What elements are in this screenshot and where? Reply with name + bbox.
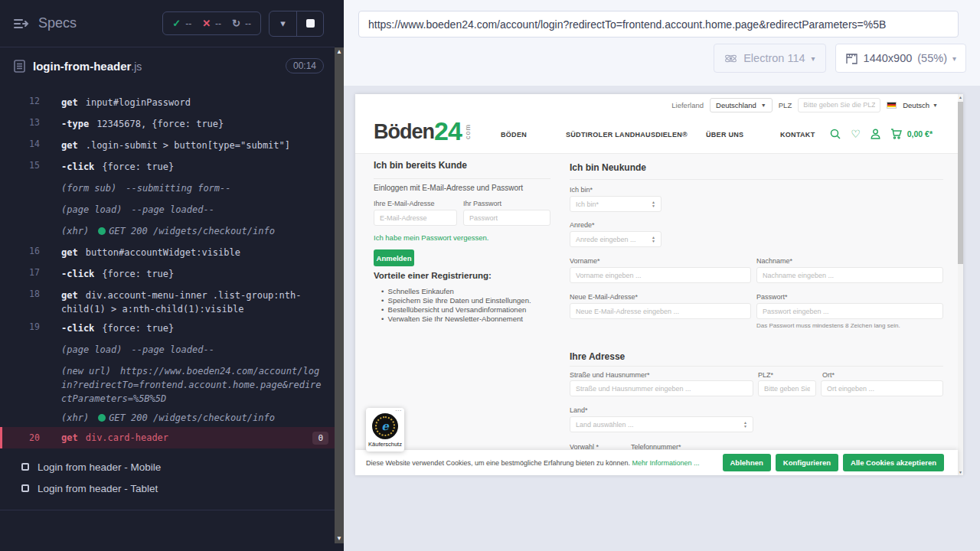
- forgot-password-link[interactable]: Ich habe mein Passwort vergessen.: [374, 233, 489, 242]
- browser-select[interactable]: Electron 114 ▾: [714, 44, 825, 73]
- log-row[interactable]: 13 -type12345678, {force: true}: [0, 112, 335, 133]
- log-failed-row[interactable]: 20 getdiv.card-header 0: [0, 427, 335, 448]
- xhr-success-dot: [98, 227, 106, 235]
- divider: [570, 366, 943, 367]
- stage: Electron 114 ▾ 1440x900 (55%) ▾ Lieferl: [344, 0, 980, 551]
- log-xhr-row[interactable]: (xhr)GET 200 /widgets/checkout/info: [0, 406, 335, 427]
- benefit-item: • Speichern Sie Ihre Daten und Einstellu…: [381, 296, 531, 305]
- cart-icon[interactable]: [890, 129, 902, 139]
- new-email-input[interactable]: [570, 303, 751, 319]
- stop-icon: [306, 19, 315, 28]
- specs-list-icon[interactable]: [14, 18, 29, 30]
- retry-count-badge: 0: [312, 432, 328, 445]
- account-icon[interactable]: [871, 129, 880, 139]
- test-item-mobile[interactable]: Login from header - Mobile: [0, 456, 335, 478]
- nav-ueber-uns[interactable]: ÜBER UNS: [706, 131, 743, 139]
- nachname-label: Nachname*: [756, 257, 792, 265]
- log-new-url-row[interactable]: (new url)https://www.boeden24.com/accoun…: [0, 359, 335, 406]
- login-section-title: Ich bin bereits Kunde: [374, 160, 467, 171]
- log-event-row[interactable]: (page load)--page loaded--: [0, 337, 335, 359]
- browser-bar: Electron 114 ▾ 1440x900 (55%) ▾: [344, 0, 980, 86]
- divider: [0, 510, 335, 510]
- stop-run-button[interactable]: [296, 11, 323, 36]
- trusted-shops-seal-icon: e: [372, 413, 398, 439]
- login-password-input[interactable]: [463, 210, 550, 226]
- log-row[interactable]: 12 getinput#loginPassword: [0, 90, 335, 112]
- scroll-up-icon[interactable]: ▲: [958, 95, 963, 99]
- log-row[interactable]: 16 getbutton#accountWidget:visible: [0, 240, 335, 262]
- kaeuferschutz-badge[interactable]: ⋯ e Käuferschutz: [366, 408, 404, 452]
- spec-duration-badge: 00:14: [286, 58, 324, 73]
- country-select[interactable]: Deutschland ▼: [710, 98, 773, 112]
- reporter-scrollbar[interactable]: ▲ ▼: [335, 47, 344, 543]
- viewport-select[interactable]: 1440x900 (55%) ▾: [835, 44, 966, 73]
- cart-total[interactable]: 0,00 €*: [907, 129, 933, 139]
- log-xhr-row[interactable]: (xhr)GET 200 /widgets/checkout/info: [0, 219, 335, 240]
- address-plz-input[interactable]: [758, 380, 816, 396]
- spec-name: login-from-header.js: [33, 60, 142, 73]
- app-preview: Lieferland Deutschland ▼ PLZ Deutsch ▼ B…: [355, 94, 963, 475]
- ort-input[interactable]: [821, 380, 943, 396]
- specs-title: Specs: [38, 15, 77, 31]
- x-icon: ✕: [202, 18, 211, 29]
- street-input[interactable]: [570, 380, 753, 396]
- anrede-select[interactable]: Anrede eingeben ... ▲▼: [570, 231, 662, 247]
- spec-file-icon: [14, 60, 25, 73]
- scroll-down-icon[interactable]: ▼: [958, 470, 963, 474]
- collapse-chevron-button[interactable]: ▾: [270, 11, 296, 36]
- log-event-row[interactable]: (form sub)--submitting form--: [0, 176, 335, 197]
- test-item-tablet[interactable]: Login from header - Tablet: [0, 478, 335, 499]
- cookie-accept-all-button[interactable]: Alle Cookies akzeptieren: [843, 454, 944, 471]
- benefit-item: • Schnelles Einkaufen: [381, 287, 454, 295]
- url-input[interactable]: [358, 11, 959, 37]
- password-helper: Das Passwort muss mindestens 8 Zeichen l…: [756, 322, 900, 329]
- log-row[interactable]: 15 -click{force: true}: [0, 155, 335, 176]
- cookie-decline-button[interactable]: Ablehnen: [723, 454, 771, 471]
- stat-pending: ↻ --: [232, 18, 251, 29]
- divider: [570, 179, 943, 180]
- scroll-up-icon[interactable]: ▲: [336, 47, 342, 57]
- wishlist-heart-icon[interactable]: ♡: [851, 128, 861, 140]
- ruler-icon: [845, 53, 858, 64]
- select-arrows-icon: ▲▼: [652, 201, 655, 207]
- register-section-title: Ich bin Neukunde: [570, 162, 646, 173]
- ort-label: Ort*: [822, 371, 835, 379]
- spec-file-row[interactable]: login-from-header.js 00:14: [0, 47, 335, 84]
- register-password-input[interactable]: [756, 303, 943, 319]
- ichbin-select[interactable]: Ich bin* ▲▼: [570, 196, 662, 212]
- plz-input[interactable]: [798, 98, 880, 112]
- street-label: Straße und Hausnummer*: [570, 371, 650, 379]
- cookie-banner: Diese Website verwendet Cookies, um eine…: [355, 450, 958, 475]
- stat-failed: ✕ --: [202, 18, 221, 29]
- stat-passed: ✓ --: [172, 18, 191, 29]
- cookie-info-link[interactable]: Mehr Informationen ...: [632, 459, 700, 467]
- search-icon[interactable]: [830, 129, 841, 139]
- vorname-label: Vorname*: [570, 257, 600, 265]
- select-arrows-icon: ▲▼: [652, 236, 655, 243]
- runner-header: Specs ✓ -- ✕ -- ↻ --: [0, 0, 335, 47]
- nav-boeden[interactable]: BÖDEN: [501, 131, 527, 139]
- nav-kontakt[interactable]: KONTAKT: [780, 131, 815, 139]
- login-email-input[interactable]: [374, 210, 457, 226]
- test-runner-sidebar: Specs ✓ -- ✕ -- ↻ --: [0, 0, 344, 551]
- nav-landhausdielen[interactable]: SÜDTIROLER LANDHAUSDIELEN®: [566, 131, 688, 139]
- scroll-down-icon[interactable]: ▼: [336, 534, 342, 543]
- language-select[interactable]: Deutsch ▼: [903, 101, 938, 109]
- login-submit-button[interactable]: Anmelden: [374, 249, 414, 266]
- log-row[interactable]: 18 getdiv.account-menu-inner .list-group…: [0, 283, 335, 316]
- log-row[interactable]: 17 -click{force: true}: [0, 262, 335, 283]
- nachname-input[interactable]: [756, 267, 943, 283]
- register-password-label: Passwort*: [756, 293, 788, 301]
- address-plz-label: PLZ*: [758, 371, 773, 379]
- scrollbar-thumb[interactable]: [958, 102, 963, 264]
- log-row[interactable]: 14 get.login-submit > button[type="submi…: [0, 133, 335, 155]
- land-select[interactable]: Land auswählen ... ▲▼: [570, 416, 753, 432]
- preview-scrollbar[interactable]: ▲ ▼: [958, 94, 963, 475]
- cookie-configure-button[interactable]: Konfigurieren: [776, 454, 838, 471]
- test-stats: ✓ -- ✕ -- ↻ --: [162, 11, 261, 35]
- site-logo[interactable]: Böden24com: [374, 119, 475, 143]
- vorname-input[interactable]: [570, 267, 751, 283]
- log-event-row[interactable]: (page load)--page loaded--: [0, 197, 335, 219]
- log-row[interactable]: 19 -click{force: true}: [0, 316, 335, 337]
- select-arrows-icon: ▲▼: [743, 421, 747, 428]
